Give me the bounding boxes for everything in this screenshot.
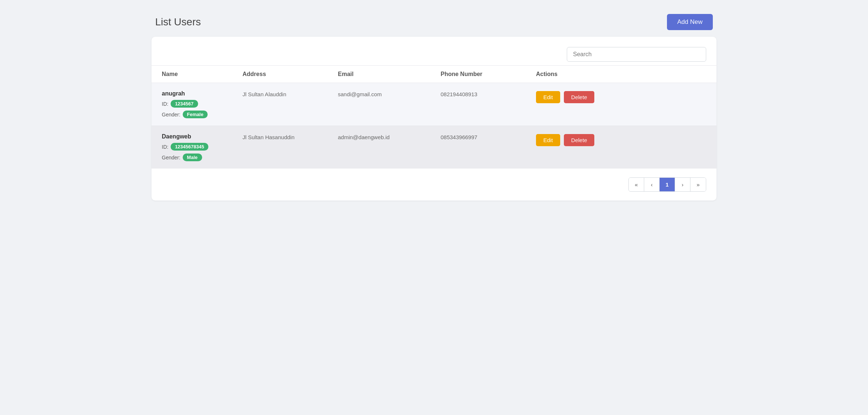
edit-button[interactable]: Edit	[536, 134, 560, 146]
pagination-last[interactable]: »	[690, 178, 706, 191]
id-row: ID: 12345678345	[162, 143, 242, 151]
pagination-next[interactable]: ›	[675, 178, 690, 191]
user-name: Daengweb	[162, 133, 242, 140]
table-header: Name Address Email Phone Number Actions	[152, 66, 716, 83]
col-name: Name	[162, 71, 242, 77]
pagination-prev[interactable]: ‹	[644, 178, 660, 191]
table-row: anugrah ID: 1234567 Gender: Female Jl Su…	[152, 83, 716, 126]
search-bar-row	[152, 37, 716, 65]
page-title: List Users	[155, 16, 201, 28]
gender-label: Gender:	[162, 112, 180, 118]
gender-badge: Female	[183, 111, 208, 118]
cell-actions: Edit Delete	[536, 133, 706, 146]
id-label: ID:	[162, 144, 168, 150]
cell-actions: Edit Delete	[536, 90, 706, 103]
col-address: Address	[242, 71, 338, 77]
edit-button[interactable]: Edit	[536, 91, 560, 103]
cell-email: sandi@gmail.com	[338, 90, 441, 97]
col-actions: Actions	[536, 71, 706, 77]
cell-name: Daengweb ID: 12345678345 Gender: Male	[162, 133, 242, 161]
delete-button[interactable]: Delete	[564, 134, 594, 146]
gender-badge: Male	[183, 154, 202, 161]
gender-label: Gender:	[162, 155, 180, 160]
table-row: Daengweb ID: 12345678345 Gender: Male Jl…	[152, 126, 716, 169]
page-header: List Users Add New	[152, 7, 716, 37]
col-phone: Phone Number	[441, 71, 536, 77]
cell-phone: 085343966997	[441, 133, 536, 140]
id-badge: 12345678345	[171, 143, 209, 151]
pagination-row: « ‹ 1 › »	[152, 169, 716, 201]
users-card: Name Address Email Phone Number Actions …	[152, 37, 716, 201]
id-row: ID: 1234567	[162, 100, 242, 108]
id-label: ID:	[162, 101, 168, 107]
pagination: « ‹ 1 › »	[628, 177, 706, 192]
cell-address: Jl Sultan Hasanuddin	[242, 133, 338, 140]
gender-row: Gender: Female	[162, 111, 242, 118]
col-email: Email	[338, 71, 441, 77]
cell-name: anugrah ID: 1234567 Gender: Female	[162, 90, 242, 118]
delete-button[interactable]: Delete	[564, 91, 594, 103]
add-new-button[interactable]: Add New	[667, 14, 713, 30]
cell-address: Jl Sultan Alauddin	[242, 90, 338, 97]
pagination-first[interactable]: «	[629, 178, 644, 191]
id-badge: 1234567	[171, 100, 198, 108]
user-name: anugrah	[162, 90, 242, 97]
gender-row: Gender: Male	[162, 154, 242, 161]
pagination-page-1[interactable]: 1	[660, 178, 675, 191]
table-body: anugrah ID: 1234567 Gender: Female Jl Su…	[152, 83, 716, 169]
search-input[interactable]	[567, 47, 706, 62]
cell-email: admin@daengweb.id	[338, 133, 441, 140]
cell-phone: 082194408913	[441, 90, 536, 97]
page-container: List Users Add New Name Address Email Ph…	[152, 7, 716, 201]
